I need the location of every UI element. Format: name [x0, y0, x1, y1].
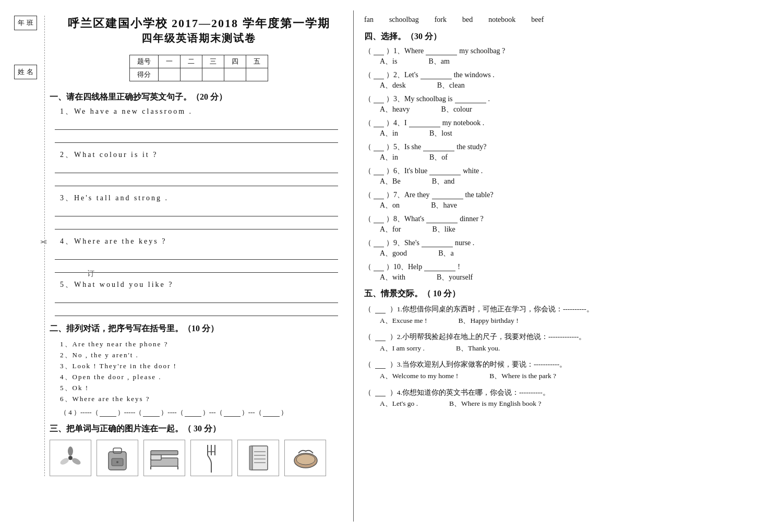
situation-4-options: A、Let's go . B、Where is my English book … [364, 398, 755, 409]
writing-line-2a[interactable] [55, 162, 338, 173]
situation-1-options: A、Excuse me ! B、Happy birthday ! [364, 315, 755, 327]
writing-item-5: 5、What would you like ? [50, 280, 348, 316]
choice-10-optA: A、with [380, 273, 405, 282]
images-section [50, 440, 348, 476]
writing-line-4a[interactable] [55, 248, 338, 260]
choice-1-optB: B、am [428, 57, 449, 66]
choice-6-optA: A、Be [380, 177, 401, 186]
choice-3-optB: B、colour [441, 105, 472, 114]
section5: 五、情景交际。（ 10 分） （ ）1.你想借你同桌的东西时，可他正在学习，你会… [364, 288, 755, 409]
choice-2-blank [420, 71, 452, 79]
choice-7-answer[interactable] [374, 191, 384, 199]
writing-line-5a[interactable] [55, 292, 338, 303]
image-beef [284, 440, 326, 476]
choice-4-answer[interactable] [374, 119, 384, 127]
writing-line-1b[interactable] [55, 131, 338, 143]
score-header-0: 题号 [130, 55, 159, 68]
score-row-1[interactable] [159, 68, 181, 81]
right-column: fan schoolbag fork bed notebook beef 四、选… [353, 10, 755, 522]
left-column: 年 班 姓 名 ✂ 订 [14, 10, 353, 522]
image-fan [50, 440, 91, 476]
ordering-5: 5、Ok ! [50, 383, 348, 393]
choice-7-optA: A、on [380, 201, 400, 210]
situation-3-bracket[interactable] [375, 361, 386, 369]
image-notebook [237, 440, 279, 476]
writing-line-5b[interactable] [55, 305, 338, 316]
score-table-wrapper: 题号 一 二 三 四 五 得分 [50, 51, 348, 86]
writing-line-2b[interactable] [55, 175, 338, 186]
choice-5-answer[interactable] [374, 143, 384, 151]
choice-9-answer[interactable] [374, 239, 384, 247]
score-row-2[interactable] [181, 68, 202, 81]
binding-mark: 订 [87, 269, 94, 279]
choice-1-blank [426, 47, 457, 55]
situation-2-bracket[interactable] [375, 334, 386, 341]
choice-2: （）2、Let's the windows . A、desk B、clean [364, 70, 755, 90]
choice-5: （）5、Is she the study? A、in B、of [364, 142, 755, 162]
choice-5-options: A、in B、of [364, 153, 755, 162]
sit4-optB: B、Where is my English book ? [449, 398, 541, 409]
choice-1-optA: A、is [380, 57, 397, 66]
situation-3-text: （ ）3.当你欢迎别人到你家做客的时候，要说：-----------。 [364, 359, 755, 370]
writing-line-4b[interactable] [55, 261, 338, 273]
sentence-3: 3、He's tall and strong . [50, 194, 348, 203]
word-bank: fan schoolbag fork bed notebook beef [364, 16, 755, 24]
image-schoolbag [97, 440, 138, 476]
choice-4-options: A、in B、lost [364, 129, 755, 138]
choice-10-answer[interactable] [374, 263, 384, 271]
choice-6-answer[interactable] [374, 167, 384, 175]
svg-rect-11 [151, 451, 178, 455]
year-class-label: 年 班 [18, 18, 33, 28]
choice-1-answer[interactable] [374, 47, 384, 55]
choice-2-answer[interactable] [374, 71, 384, 79]
sit1-optA: A、Excuse me ! [380, 315, 427, 327]
score-header-3: 三 [202, 55, 224, 68]
writing-line-3a[interactable] [55, 205, 338, 216]
choice-6-blank [429, 167, 461, 175]
section4: 四、选择。（30 分） （）1、Where my schoolbag ? A、i… [364, 31, 755, 282]
sub-title: 四年级英语期末测试卷 [50, 31, 348, 45]
choice-3-optA: A、heavy [380, 105, 410, 114]
choice-5-question: （）5、Is she the study? [364, 142, 755, 152]
situation-4-text: （ ）4.你想知道你的英文书在哪，你会说：----------。 [364, 387, 755, 398]
situation-4-bracket[interactable] [375, 389, 386, 396]
choice-3-options: A、heavy B、colour [364, 105, 755, 114]
writing-line-3b[interactable] [55, 218, 338, 229]
score-header-5: 五 [246, 55, 268, 68]
situation-1-bracket[interactable] [375, 306, 386, 313]
choice-10-options: A、with B、yourself [364, 273, 755, 282]
section3-header: 三、把单词与正确的图片连在一起。（ 30 分） [50, 424, 348, 434]
score-header-4: 四 [224, 55, 246, 68]
choice-4-optB: B、lost [429, 129, 452, 138]
score-row-3[interactable] [202, 68, 224, 81]
score-row-4[interactable] [224, 68, 246, 81]
word-fork: fork [435, 16, 447, 24]
choice-8-answer[interactable] [374, 215, 384, 223]
situation-2: （ ）2.小明帮我捡起掉在地上的尺子，我要对他说：-------------。 … [364, 331, 755, 354]
situation-1-text: （ ）1.你想借你同桌的东西时，可他正在学习，你会说：----------。 [364, 304, 755, 315]
schoolbag-svg [104, 444, 130, 473]
choice-1-question: （）1、Where my schoolbag ? [364, 46, 755, 56]
class-label: 班 [27, 18, 33, 28]
image-bed [143, 440, 185, 476]
score-header-2: 二 [181, 55, 202, 68]
main-title: 呼兰区建国小学校 2017—2018 学年度第一学期 [50, 16, 348, 31]
situation-4: （ ）4.你想知道你的英文书在哪，你会说：----------。 A、Let's… [364, 387, 755, 409]
writing-line-1a[interactable] [55, 118, 338, 130]
situation-2-options: A、I am sorry . B、Thank you. [364, 343, 755, 354]
choice-4-optA: A、in [380, 129, 398, 138]
firstname-label: 名 [27, 67, 33, 77]
score-row-5[interactable] [246, 68, 268, 81]
sit2-optB: B、Thank you. [456, 343, 500, 354]
choice-8-blank [426, 215, 458, 223]
choice-3-question: （）3、My schoolbag is . [364, 94, 755, 104]
choice-9: （）9、She's nurse . A、good B、a [364, 238, 755, 258]
choice-3-answer[interactable] [374, 95, 384, 103]
beef-svg [291, 445, 320, 471]
choice-8-options: A、for B、like [364, 225, 755, 234]
notebook-svg [247, 444, 270, 473]
choice-7-options: A、on B、have [364, 201, 755, 210]
section1-header: 一、请在四线格里正确抄写英文句子。（20 分） [50, 92, 348, 103]
ordering-section: 1、Are they near the phone ? 2、No , the y… [50, 340, 348, 417]
choice-1: （）1、Where my schoolbag ? A、is B、am [364, 46, 755, 66]
